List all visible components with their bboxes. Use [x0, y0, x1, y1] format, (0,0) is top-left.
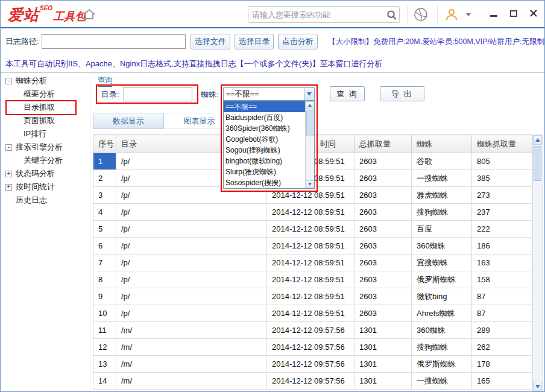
- collapse-icon[interactable]: -: [5, 78, 12, 84]
- table-scrollbar[interactable]: [532, 134, 543, 392]
- select-dir-button[interactable]: 选择目录: [235, 34, 274, 49]
- column-header[interactable]: 蜘蛛抓取量: [472, 135, 532, 153]
- table-cell: 雅虎蜘蛛: [412, 187, 472, 204]
- spider-select-value: ==不限==: [224, 88, 304, 100]
- sidebar-item[interactable]: 概要分析: [1, 87, 90, 101]
- query-section-title[interactable]: 查询: [98, 75, 112, 87]
- log-path-input[interactable]: [42, 34, 186, 49]
- scroll-up-icon[interactable]: [533, 135, 542, 145]
- dropdown-scrollbar[interactable]: [305, 101, 314, 188]
- column-header[interactable]: 序号: [93, 135, 116, 153]
- maximize-button[interactable]: [509, 8, 518, 18]
- search-input[interactable]: [248, 10, 383, 19]
- sidebar-item[interactable]: -搜索引擎分析: [1, 141, 90, 154]
- table-row[interactable]: 5/p/2014-12-12 08:59:512603百度222: [93, 221, 532, 238]
- table-cell: 1301: [354, 356, 412, 373]
- sidebar-item[interactable]: 历史日志: [1, 194, 90, 207]
- sidebar-item-label: 关键字分析: [24, 155, 63, 166]
- table-cell: 2603: [354, 221, 412, 238]
- spider-option[interactable]: Sosospider(搜搜): [224, 177, 314, 188]
- sidebar-item[interactable]: +状态码分析: [1, 167, 90, 180]
- table-row[interactable]: 7/p/2014-12-12 08:59:512603宜搜蜘蛛163: [93, 254, 532, 271]
- spider-select[interactable]: ==不限==: [223, 87, 315, 101]
- table-cell: 360蜘蛛: [412, 322, 472, 339]
- column-header[interactable]: 蜘蛛: [412, 135, 472, 153]
- table-row[interactable]: 6/p/2014-12-12 08:59:512603360蜘蛛186: [93, 238, 532, 254]
- scroll-down-icon[interactable]: [306, 180, 314, 188]
- table-cell: 3: [93, 187, 116, 204]
- table-row[interactable]: 14/m/2014-12-12 09:57:561301一搜蜘蛛165: [93, 373, 532, 390]
- spider-option[interactable]: Googlebot(谷歌): [224, 134, 314, 145]
- search-icon[interactable]: [383, 10, 399, 20]
- sidebar-tree: -蜘蛛分析概要分析目录抓取页面抓取IP排行-搜索引擎分析关键字分析+状态码分析+…: [1, 73, 90, 391]
- table-cell: 87: [472, 305, 532, 322]
- sidebar-item-label: 按时间统计: [16, 182, 55, 192]
- globe-icon[interactable]: [413, 7, 429, 25]
- query-button[interactable]: 查 询: [330, 86, 365, 101]
- table-cell: 2014-12-12 08:59:51: [267, 187, 354, 204]
- table-cell: 6: [93, 238, 116, 254]
- app-logo: 爱站SEO工具包: [8, 5, 86, 25]
- minimize-button[interactable]: [489, 8, 499, 18]
- spider-option[interactable]: 360Spider(360蜘蛛): [224, 123, 314, 134]
- table-row[interactable]: 10/p/2014-12-12 08:59:512603Ahrefs蜘蛛87: [93, 305, 532, 322]
- table-cell: 805: [472, 153, 532, 170]
- table-cell: 2014-12-12 08:59:51: [267, 305, 354, 322]
- table-row[interactable]: 9/p/2014-12-12 08:59:512603微软bing87: [93, 288, 532, 305]
- spider-option[interactable]: Sogou(搜狗蜘蛛): [224, 145, 314, 156]
- table-cell: 2014-12-12 08:59:51: [267, 271, 354, 288]
- table-cell: 宜搜蜘蛛: [412, 254, 472, 271]
- table-cell: /p/: [116, 305, 267, 322]
- collapse-icon[interactable]: -: [5, 144, 12, 151]
- spider-option[interactable]: Slurp(雅虎蜘蛛): [224, 166, 314, 177]
- divider: [77, 6, 77, 23]
- sidebar-item[interactable]: -蜘蛛分析: [1, 74, 90, 87]
- table-cell: 1301: [354, 339, 412, 356]
- spider-option[interactable]: bingbot(微软bing): [224, 156, 314, 166]
- table-cell: 俄罗斯蜘蛛: [412, 356, 472, 373]
- table-row[interactable]: 8/p/2014-12-12 08:59:512603俄罗斯蜘蛛158: [93, 271, 532, 288]
- table-row[interactable]: 11/m/2014-12-12 09:57:561301360蜘蛛289: [93, 322, 532, 339]
- scrollbar-thumb[interactable]: [306, 110, 313, 136]
- table-cell: /m/: [116, 356, 267, 373]
- sidebar-item-active[interactable]: 目录抓取: [1, 101, 90, 114]
- tab-data-display[interactable]: 数据显示: [93, 113, 164, 129]
- close-button[interactable]: [529, 8, 538, 18]
- table-row[interactable]: 13/m/2014-12-12 09:57:561301俄罗斯蜘蛛178: [93, 356, 532, 373]
- sidebar-item[interactable]: IP排行: [1, 127, 90, 141]
- table-cell: /p/: [116, 254, 267, 271]
- scrollbar-thumb[interactable]: [534, 146, 541, 181]
- drag-drop-notice: 本工具可自动识别IIS、Apache、Nginx日志格式,支持直接拖拽日志【一个…: [1, 55, 544, 73]
- table-cell: 11: [93, 322, 116, 339]
- analyze-button[interactable]: 点击分析: [278, 34, 318, 49]
- table-row[interactable]: 12/m/2014-12-12 09:57:561301搜狗蜘蛛262: [93, 339, 532, 356]
- sidebar-item[interactable]: +按时间统计: [1, 180, 90, 194]
- table-cell: 8: [93, 271, 116, 288]
- table-cell: /p/: [116, 238, 267, 254]
- chevron-down-icon[interactable]: [304, 88, 314, 100]
- table-cell: 163: [472, 254, 532, 271]
- window-controls: [489, 8, 538, 18]
- expand-icon[interactable]: +: [5, 184, 12, 191]
- caret-down-icon[interactable]: [466, 13, 471, 16]
- spider-option[interactable]: ==不限==: [224, 101, 314, 112]
- table-cell: 2014-12-12 08:59:51: [267, 204, 354, 221]
- expand-icon[interactable]: +: [5, 171, 12, 177]
- home-icon[interactable]: [83, 8, 96, 23]
- table-row[interactable]: 4/p/2014-12-12 08:59:512603搜狗蜘蛛237: [93, 204, 532, 221]
- scroll-up-icon[interactable]: [306, 101, 314, 109]
- scroll-down-icon[interactable]: [533, 382, 542, 391]
- spider-option[interactable]: Baiduspider(百度): [224, 112, 314, 123]
- table-cell: /m/: [116, 373, 267, 390]
- minimize-icon: [490, 15, 497, 17]
- table-cell: 87: [472, 288, 532, 305]
- logo-text-seo: SEO: [40, 5, 52, 11]
- dir-input[interactable]: [124, 87, 192, 101]
- sidebar-item[interactable]: 页面抓取: [1, 114, 90, 127]
- table-row[interactable]: 3/p/2014-12-12 08:59:512603雅虎蜘蛛273: [93, 187, 532, 204]
- select-file-button[interactable]: 选择文件: [191, 34, 230, 49]
- sidebar-item[interactable]: 关键字分析: [1, 154, 90, 167]
- export-button[interactable]: 导 出: [380, 86, 424, 101]
- user-icon[interactable]: [444, 7, 459, 24]
- column-header[interactable]: 总抓取量: [354, 135, 412, 153]
